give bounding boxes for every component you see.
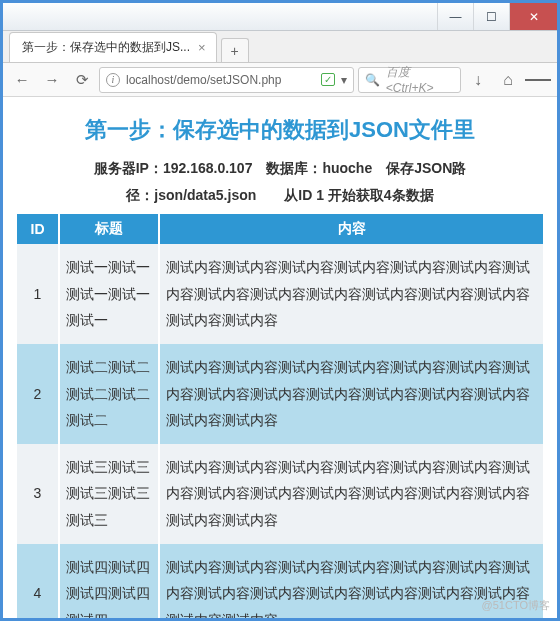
url-input[interactable]: i localhost/demo/setJSON.php ✓ ▾ (99, 67, 354, 93)
cell-id: 4 (17, 544, 59, 618)
cell-content: 测试内容测试内容测试内容测试内容测试内容测试内容测试内容测试内容测试内容测试内容… (159, 244, 543, 344)
col-content: 内容 (159, 214, 543, 244)
cell-title: 测试二测试二测试二测试二测试二 (59, 344, 159, 444)
window-titlebar: — ☐ ✕ (3, 3, 557, 31)
address-bar: ← → ⟳ i localhost/demo/setJSON.php ✓ ▾ 🔍… (3, 63, 557, 97)
tab-strip: 第一步：保存选中的数据到JS... × + (3, 31, 557, 63)
site-info-icon[interactable]: i (106, 73, 120, 87)
meta-line-2: 径：json/data5.json 从ID 1 开始获取4条数据 (17, 182, 543, 209)
back-button[interactable]: ← (9, 67, 35, 93)
forward-button[interactable]: → (39, 67, 65, 93)
table-row: 2测试二测试二测试二测试二测试二测试内容测试内容测试内容测试内容测试内容测试内容… (17, 344, 543, 444)
cell-id: 2 (17, 344, 59, 444)
meta-line-1: 服务器IP：192.168.0.107 数据库：huoche 保存JSON路 (17, 155, 543, 182)
maximize-button[interactable]: ☐ (473, 3, 509, 30)
page-meta: 服务器IP：192.168.0.107 数据库：huoche 保存JSON路 径… (17, 155, 543, 208)
cell-id: 1 (17, 244, 59, 344)
url-dropdown-icon[interactable]: ▾ (341, 73, 347, 87)
shield-icon[interactable]: ✓ (321, 73, 335, 86)
search-icon: 🔍 (365, 73, 380, 87)
search-input[interactable]: 🔍 百度 <Ctrl+K> (358, 67, 461, 93)
data-table: ID 标题 内容 1测试一测试一测试一测试一测试一测试内容测试内容测试内容测试内… (17, 214, 543, 618)
window-close-button[interactable]: ✕ (509, 3, 557, 30)
table-row: 3测试三测试三测试三测试三测试三测试内容测试内容测试内容测试内容测试内容测试内容… (17, 444, 543, 544)
cell-content: 测试内容测试内容测试内容测试内容测试内容测试内容测试内容测试内容测试内容测试内容… (159, 444, 543, 544)
browser-tab[interactable]: 第一步：保存选中的数据到JS... × (9, 32, 217, 62)
table-row: 1测试一测试一测试一测试一测试一测试内容测试内容测试内容测试内容测试内容测试内容… (17, 244, 543, 344)
cell-content: 测试内容测试内容测试内容测试内容测试内容测试内容测试内容测试内容测试内容测试内容… (159, 344, 543, 444)
col-title: 标题 (59, 214, 159, 244)
home-icon[interactable]: ⌂ (495, 67, 521, 93)
menu-icon[interactable] (525, 67, 551, 93)
cell-title: 测试三测试三测试三测试三测试三 (59, 444, 159, 544)
new-tab-button[interactable]: + (221, 38, 249, 62)
url-text: localhost/demo/setJSON.php (126, 73, 281, 87)
watermark: @51CTO博客 (482, 598, 550, 613)
page-title: 第一步：保存选中的数据到JSON文件里 (17, 115, 543, 145)
downloads-icon[interactable]: ↓ (465, 67, 491, 93)
table-row: 4测试四测试四测试四测试四测试四测试内容测试内容测试内容测试内容测试内容测试内容… (17, 544, 543, 618)
cell-title: 测试一测试一测试一测试一测试一 (59, 244, 159, 344)
search-placeholder: 百度 <Ctrl+K> (386, 64, 454, 95)
minimize-button[interactable]: — (437, 3, 473, 30)
cell-title: 测试四测试四测试四测试四测试四 (59, 544, 159, 618)
tab-title: 第一步：保存选中的数据到JS... (22, 39, 190, 56)
reload-button[interactable]: ⟳ (69, 67, 95, 93)
cell-id: 3 (17, 444, 59, 544)
tab-close-icon[interactable]: × (198, 40, 206, 55)
page-viewport: 第一步：保存选中的数据到JSON文件里 服务器IP：192.168.0.107 … (3, 97, 557, 618)
col-id: ID (17, 214, 59, 244)
